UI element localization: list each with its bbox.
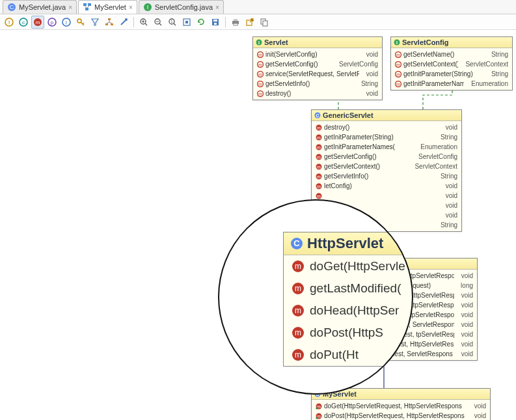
refresh-button[interactable] [195,16,208,29]
save-icon [211,18,220,27]
method-return: void [461,330,473,339]
method-icon: m [395,61,401,68]
method-row[interactable]: mdestroy()void [313,122,460,132]
zoom-out-icon [154,18,163,27]
close-icon[interactable]: × [215,4,219,11]
export-button[interactable] [243,16,256,29]
diagram-canvas[interactable]: I Servlet minit(ServletConfig)voidmgetSe… [0,30,516,420]
copy-button[interactable] [258,16,271,29]
show-properties-button[interactable]: p [46,16,59,29]
zoom-in-button[interactable] [137,16,150,29]
print-button[interactable] [229,16,242,29]
method-return: Enumeration [471,79,508,88]
svg-text:m: m [258,53,262,57]
method-icon: m [316,413,322,419]
method-return: void [446,123,457,132]
method-row[interactable]: mgetServletConfig()ServletConfig [313,152,460,161]
method-signature: init(ServletConfig) [265,50,359,59]
svg-rect-32 [234,19,238,21]
method-row[interactable]: mgetInitParameter(String)String [313,132,460,142]
method-return: String [441,133,457,141]
tab-servletconfig-java[interactable]: I ServletConfig.java × [139,0,224,14]
method-signature: getServletContext() [324,162,407,171]
svg-text:m: m [317,184,321,189]
method-return: String [361,79,378,88]
method-return: void [461,350,473,358]
svg-text:m: m [317,165,321,169]
method-return: void [474,412,486,420]
funnel-icon [90,18,100,27]
method-icon: m [316,193,322,199]
method-row[interactable]: mletConfig)void [313,181,460,191]
apply-layout-button[interactable] [117,16,130,29]
method-row[interactable]: mdoPost(HttpServletRequest, HttpServletR… [313,411,489,420]
method-icon: m [395,71,401,77]
method-signature: getInitParameterNames( [324,143,413,151]
filter-button[interactable] [88,16,102,29]
method-row[interactable]: mgetServletInfo()String [254,79,381,89]
zoom-out-button[interactable] [152,16,165,29]
save-button[interactable] [209,16,222,29]
svg-rect-29 [213,20,217,21]
class-header: I ServletConfig [391,37,512,48]
show-constructors-button[interactable]: c [17,16,30,29]
method-row[interactable]: mdoGet(HttpServletRequest, HttpServletRe… [313,401,489,411]
class-box-servletconfig[interactable]: I ServletConfig mgetServletName()Stringm… [390,36,513,91]
interface-icon: I [256,39,262,46]
method-signature: getServletConfig() [324,152,411,161]
method-return: ServletConfig [418,152,457,161]
method-row[interactable]: mvoid [313,191,460,201]
method-return: ServletContext [414,162,457,171]
method-return: void [461,340,473,348]
method-return: String [441,221,457,229]
svg-text:f: f [8,20,10,25]
method-return: ServletContext [465,60,508,68]
method-signature: letConfig) [324,182,439,190]
method-return: String [491,70,508,78]
class-box-myservlet[interactable]: C MyServlet mdoGet(HttpServletRequest, H… [311,388,491,420]
export-icon [245,18,254,27]
method-signature: getInitParameter(String) [403,70,484,78]
class-name: GenericServlet [323,111,373,119]
svg-text:m: m [317,155,321,160]
method-icon: m [316,134,322,141]
change-scope-button[interactable] [74,16,87,29]
method-return: String [491,50,508,59]
method-row[interactable]: mgetInitParameterNames(Enumeration [313,142,460,152]
method-icon: m [316,124,322,131]
method-row[interactable]: mgetServletContext()ServletContext [392,59,511,69]
svg-text:m: m [258,82,262,87]
svg-text:m: m [317,145,321,150]
svg-text:m: m [396,72,400,77]
close-icon[interactable]: × [68,4,72,11]
tab-myservlet-diagram[interactable]: MyServlet × [78,0,137,14]
method-row[interactable]: mgetInitParameter(String)String [392,69,511,79]
circle-i-icon: i [62,18,71,27]
zoom-actual-button[interactable]: 1 [166,16,179,29]
method-row[interactable]: mgetInitParameterNames(Enumeration [392,79,511,89]
method-row[interactable]: mdestroy()void [254,89,381,98]
method-row[interactable]: mgetServletContext()ServletContext [313,161,460,171]
tab-myservlet-java[interactable]: C MyServlet.java × [3,0,77,14]
svg-text:m: m [317,175,321,179]
method-row[interactable]: mgetServletName()String [392,49,511,59]
class-box-servlet[interactable]: I Servlet minit(ServletConfig)voidmgetSe… [252,36,383,100]
method-row[interactable]: mgetServletInfo()String [313,171,460,181]
show-inner-button[interactable]: i [60,16,73,29]
show-fields-button[interactable]: f [3,16,16,29]
method-return: void [461,291,473,300]
svg-rect-2 [83,3,87,6]
method-row[interactable]: minit(ServletConfig)void [254,49,381,59]
show-methods-button[interactable]: m [31,16,44,29]
method-row[interactable]: mgetServletConfig()ServletConfig [254,59,381,69]
class-name: ServletConfig [402,38,449,46]
fit-content-button[interactable] [180,16,193,29]
toolbar-separator [225,17,226,27]
layout-button[interactable] [103,16,116,29]
method-row[interactable]: mservice(ServletRequest, ServletResponsv… [254,69,381,79]
method-return: void [446,211,457,219]
method-signature: getServletInfo() [324,172,433,180]
diagram-toolbar: f c m p i 1 [0,14,516,30]
svg-text:C: C [10,4,14,10]
close-icon[interactable]: × [129,4,133,11]
